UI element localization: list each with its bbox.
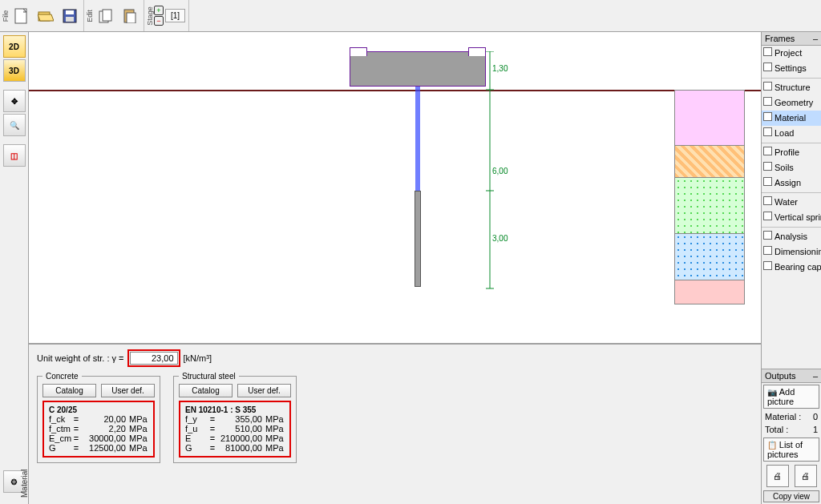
concrete-data-box: C 20/25 f_ck=20,00MPa f_ctm=2,20MPa E_cm… <box>42 401 155 458</box>
unit-weight-unit: [kN/m³] <box>184 353 212 363</box>
frame-item-structure[interactable]: Structure <box>762 80 821 95</box>
steel-data-box: EN 10210-1 : S 355 f_y=355,00MPa f_u=510… <box>179 401 291 458</box>
drawing-canvas[interactable]: 1,30 6,00 3,00 <box>29 32 761 344</box>
footing-shape <box>350 51 486 87</box>
unit-weight-input[interactable] <box>130 352 178 365</box>
top-toolbar: File Edit Stage + − [1] <box>0 0 821 32</box>
total-count-value: 1 <box>813 425 818 434</box>
steel-userdef-button[interactable]: User def. <box>237 384 291 397</box>
concrete-catalog-button[interactable]: Catalog <box>42 384 96 397</box>
frame-item-geometry[interactable]: Geometry <box>762 95 821 111</box>
soil-layer-3 <box>674 178 745 234</box>
frame-item-project[interactable]: Project <box>762 46 821 61</box>
svg-rect-5 <box>66 17 74 22</box>
soil-layer-5 <box>674 280 745 304</box>
soil-layer-1 <box>674 90 745 146</box>
pile-lower <box>415 191 421 287</box>
copy-button[interactable] <box>95 3 117 29</box>
right-panel: Frames– Project Settings Structure Geome… <box>761 32 821 504</box>
save-file-button[interactable] <box>59 3 81 29</box>
soil-column <box>674 90 745 304</box>
bottom-tab-label: Material <box>20 469 29 498</box>
frame-item-dimensioning[interactable]: Dimensioning <box>762 244 821 260</box>
frames-header: Frames– <box>762 32 821 46</box>
frame-item-load[interactable]: Load <box>762 126 821 141</box>
outputs-header: Outputs– <box>762 369 821 383</box>
list-pictures-button[interactable]: 📋 List of pictures <box>763 437 819 462</box>
zoom-button[interactable]: 🔍 <box>3 114 26 136</box>
svg-rect-9 <box>127 13 135 23</box>
collapse-icon[interactable]: – <box>813 34 818 43</box>
new-file-button[interactable] <box>10 3 33 29</box>
print-button-2[interactable]: 🖨 <box>795 465 817 487</box>
material-input-panel: Material Unit weight of str. : γ = [kN/m… <box>29 344 761 504</box>
add-stage-button[interactable]: + <box>154 6 164 15</box>
ground-line <box>29 90 761 91</box>
frame-item-water[interactable]: Water <box>762 195 821 210</box>
add-picture-button[interactable]: 📷 Add picture <box>763 385 819 409</box>
left-toolbar: 2D 3D ✥ 🔍 ◫ ⚙ <box>0 32 29 504</box>
dim-label-1: 1,30 <box>492 64 508 73</box>
frames-list: Project Settings Structure Geometry Mate… <box>762 46 821 275</box>
frame-item-assign[interactable]: Assign <box>762 175 821 191</box>
steel-fieldset: Structural steel Catalog User def. EN 10… <box>173 372 297 463</box>
concrete-userdef-button[interactable]: User def. <box>101 384 155 397</box>
material-count-label: Material : <box>765 412 801 421</box>
concrete-fieldset: Concrete Catalog User def. C 20/25 f_ck=… <box>37 372 160 463</box>
frame-item-soils[interactable]: Soils <box>762 160 821 175</box>
soil-layer-4 <box>674 234 745 280</box>
pile-upper <box>415 87 420 191</box>
material-count-value: 0 <box>813 412 818 421</box>
stage-group-label: Stage <box>146 6 154 26</box>
steel-legend: Structural steel <box>179 372 239 381</box>
remove-stage-button[interactable]: − <box>154 16 164 26</box>
dim-label-2: 6,00 <box>492 167 508 175</box>
unit-weight-label: Unit weight of str. : γ = <box>37 353 124 363</box>
stage-indicator[interactable]: [1] <box>165 9 185 22</box>
frame-item-analysis[interactable]: Analysis <box>762 229 821 244</box>
frame-item-settings[interactable]: Settings <box>762 61 821 76</box>
svg-rect-4 <box>66 10 74 14</box>
frame-item-profile[interactable]: Profile <box>762 145 821 160</box>
svg-marker-2 <box>38 14 54 21</box>
pan-button[interactable]: ✥ <box>3 90 26 112</box>
concrete-title: C 20/25 <box>49 405 148 414</box>
steel-catalog-button[interactable]: Catalog <box>179 384 233 397</box>
concrete-legend: Concrete <box>42 372 82 381</box>
dim-label-3: 3,00 <box>492 234 508 243</box>
outputs-section: Outputs– 📷 Add picture Material :0 Total… <box>762 369 821 504</box>
print-button-1[interactable]: 🖨 <box>766 465 789 487</box>
copy-view-button[interactable]: Copy view <box>763 490 819 502</box>
open-file-button[interactable] <box>34 3 57 29</box>
collapse-icon[interactable]: – <box>813 371 818 381</box>
edit-group-label: Edit <box>86 10 94 22</box>
view-2d-button[interactable]: 2D <box>3 35 26 58</box>
paste-button[interactable] <box>119 3 141 29</box>
total-count-label: Total : <box>765 425 788 434</box>
soil-layer-2 <box>674 146 745 178</box>
view-3d-button[interactable]: 3D <box>3 59 26 82</box>
file-group-label: File <box>2 10 10 22</box>
frame-item-material[interactable]: Material <box>762 111 821 126</box>
fit-view-button[interactable]: ◫ <box>3 144 26 167</box>
frame-item-vsprings[interactable]: Vertical springs <box>762 210 821 225</box>
svg-rect-7 <box>103 10 111 21</box>
frame-item-bearing[interactable]: Bearing cap. <box>762 260 821 275</box>
steel-title: EN 10210-1 : S 355 <box>185 405 285 414</box>
